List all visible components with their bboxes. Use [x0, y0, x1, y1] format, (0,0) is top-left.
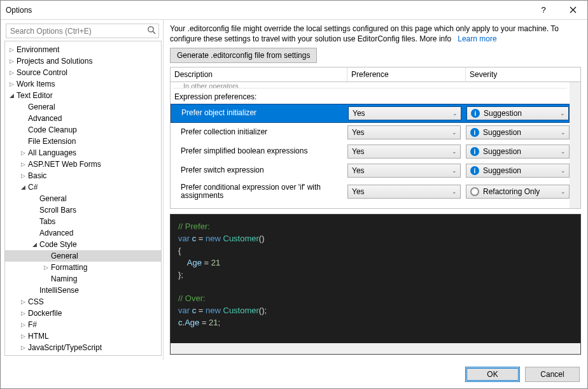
expand-collapse-icon[interactable]: ▷ — [19, 299, 27, 305]
expand-collapse-icon[interactable]: ▷ — [19, 310, 27, 316]
tree-node-css[interactable]: ▷CSS — [5, 296, 161, 308]
tree-node-label: CSS — [27, 297, 44, 306]
grid-vertical-scrollbar[interactable] — [570, 82, 580, 208]
severity-info-icon: i — [470, 166, 479, 175]
tree-node-file-extension[interactable]: File Extension — [5, 136, 161, 147]
tree-node-intellisense[interactable]: IntelliSense — [5, 285, 161, 296]
cancel-button[interactable]: Cancel — [525, 367, 580, 382]
expand-collapse-icon[interactable]: ◢ — [19, 184, 27, 190]
info-text: Your .editorconfig file might override t… — [170, 24, 581, 44]
expand-collapse-icon[interactable]: ▷ — [19, 173, 27, 179]
chevron-down-icon: ⌄ — [561, 148, 566, 155]
tree-node-label: All Languages — [27, 148, 76, 157]
expand-collapse-icon[interactable]: ▷ — [8, 81, 15, 87]
expand-collapse-icon[interactable]: ▷ — [42, 264, 50, 271]
expand-collapse-icon[interactable]: ▷ — [8, 46, 15, 53]
tree-node-environment[interactable]: ▷Environment — [5, 44, 161, 55]
severity-none-icon — [470, 187, 479, 196]
rule-row[interactable]: Prefer collection initializerYes⌄iSugges… — [171, 123, 570, 142]
learn-more-link[interactable]: Learn more — [458, 34, 496, 43]
tree-node-text-editor[interactable]: ◢Text Editor — [5, 90, 161, 101]
tree-node-label: Advanced — [27, 114, 62, 123]
tree-node-naming[interactable]: Naming — [5, 273, 161, 285]
tree-node-tabs[interactable]: Tabs — [5, 216, 161, 227]
tree-node-general[interactable]: General — [5, 101, 161, 113]
expand-collapse-icon[interactable]: ▷ — [19, 161, 27, 167]
preference-dropdown[interactable]: Yes⌄ — [348, 106, 461, 120]
tree-node-label: Dockerfile — [27, 309, 62, 318]
code-horizontal-scrollbar[interactable] — [171, 343, 580, 354]
tree-node-code-cleanup[interactable]: Code Cleanup — [5, 124, 161, 136]
preference-dropdown[interactable]: Yes⌄ — [347, 125, 461, 139]
tree-node-advanced[interactable]: Advanced — [5, 113, 161, 124]
expand-collapse-icon[interactable]: ◢ — [8, 92, 15, 99]
severity-dropdown[interactable]: iSuggestion⌄ — [466, 106, 569, 120]
expand-collapse-icon[interactable]: ▷ — [19, 344, 27, 351]
tree-node-all-languages[interactable]: ▷All Languages — [5, 147, 161, 159]
severity-dropdown[interactable]: Refactoring Only⌄ — [466, 185, 570, 199]
preference-dropdown[interactable]: Yes⌄ — [347, 164, 461, 178]
chevron-down-icon: ⌄ — [561, 188, 566, 195]
severity-dropdown[interactable]: iSuggestion⌄ — [466, 125, 570, 139]
tree-node-label: C# — [27, 183, 38, 192]
severity-dropdown[interactable]: iSuggestion⌄ — [466, 145, 570, 159]
close-icon — [570, 6, 577, 13]
rule-description: Prefer object initializer — [181, 109, 348, 118]
tree-node-source-control[interactable]: ▷Source Control — [5, 67, 161, 78]
chevron-down-icon: ⌄ — [452, 188, 457, 195]
generate-editorconfig-button[interactable]: Generate .editorconfig file from setting… — [170, 48, 317, 63]
tree-node-label: General — [50, 251, 78, 260]
svg-point-0 — [148, 27, 153, 32]
search-input[interactable] — [6, 24, 159, 38]
col-preference[interactable]: Preference — [347, 67, 466, 81]
tree-node-general[interactable]: General — [5, 193, 161, 204]
rule-row[interactable]: Prefer object initializerYes⌄iSuggestion… — [171, 104, 570, 123]
titlebar: Options ? — [1, 1, 587, 20]
severity-dropdown[interactable]: iSuggestion⌄ — [466, 164, 570, 178]
rule-row[interactable]: Prefer conditional expression over 'if' … — [171, 180, 570, 203]
col-description[interactable]: Description — [171, 67, 347, 81]
rule-description: Prefer collection initializer — [181, 128, 347, 137]
chevron-down-icon: ⌄ — [560, 110, 565, 117]
tree-node-projects-and-solutions[interactable]: ▷Projects and Solutions — [5, 55, 161, 67]
preference-dropdown[interactable]: Yes⌄ — [347, 145, 461, 159]
right-pane: Your .editorconfig file might override t… — [164, 20, 587, 360]
rule-description: Prefer simplified boolean expressions — [181, 147, 347, 156]
tree-node-work-items[interactable]: ▷Work Items — [5, 78, 161, 90]
code-preview: // Prefer: var c = new Customer() { Age … — [170, 214, 581, 355]
ok-button[interactable]: OK — [465, 367, 520, 382]
svg-line-1 — [153, 31, 155, 34]
rule-row[interactable]: Prefer switch expressionYes⌄iSuggestion⌄ — [171, 161, 570, 180]
rule-row[interactable]: Prefer simplified boolean expressionsYes… — [171, 142, 570, 161]
expand-collapse-icon[interactable]: ▷ — [8, 69, 15, 76]
tree-node-label: F# — [27, 320, 37, 329]
tree-node-javascript-typescript[interactable]: ▷JavaScript/TypeScript — [5, 342, 161, 353]
tree-node-asp-net-web-forms[interactable]: ▷ASP.NET Web Forms — [5, 159, 161, 170]
expand-collapse-icon[interactable]: ◢ — [31, 241, 38, 248]
tree-node-html[interactable]: ▷HTML — [5, 330, 161, 342]
grid-header: Description Preference Severity — [170, 67, 581, 81]
tree-node-advanced[interactable]: Advanced — [5, 227, 161, 239]
options-tree[interactable]: ▷Environment▷Projects and Solutions▷Sour… — [4, 41, 162, 356]
tree-node-c-[interactable]: ◢C# — [5, 181, 161, 193]
tree-node-f-[interactable]: ▷F# — [5, 319, 161, 330]
tree-node-dockerfile[interactable]: ▷Dockerfile — [5, 308, 161, 319]
rule-description: Prefer conditional expression over 'if' … — [181, 183, 347, 201]
expand-collapse-icon[interactable]: ▷ — [19, 333, 27, 339]
close-button[interactable] — [558, 1, 587, 19]
expand-collapse-icon[interactable]: ▷ — [19, 322, 27, 328]
tree-node-label: Code Cleanup — [27, 125, 77, 134]
tree-node-label: Text Editor — [15, 91, 53, 100]
tree-node-formatting[interactable]: ▷Formatting — [5, 262, 161, 273]
tree-node-general[interactable]: General — [5, 250, 161, 262]
tree-node-scroll-bars[interactable]: Scroll Bars — [5, 204, 161, 216]
preference-dropdown[interactable]: Yes⌄ — [347, 185, 461, 199]
expand-collapse-icon[interactable]: ▷ — [8, 58, 15, 64]
tree-node-label: Projects and Solutions — [15, 57, 92, 66]
help-button[interactable]: ? — [529, 1, 558, 19]
tree-node-label: ASP.NET Web Forms — [27, 160, 101, 169]
expand-collapse-icon[interactable]: ▷ — [19, 150, 27, 156]
col-severity[interactable]: Severity — [466, 67, 580, 81]
tree-node-code-style[interactable]: ◢Code Style — [5, 239, 161, 250]
tree-node-basic[interactable]: ▷Basic — [5, 170, 161, 181]
